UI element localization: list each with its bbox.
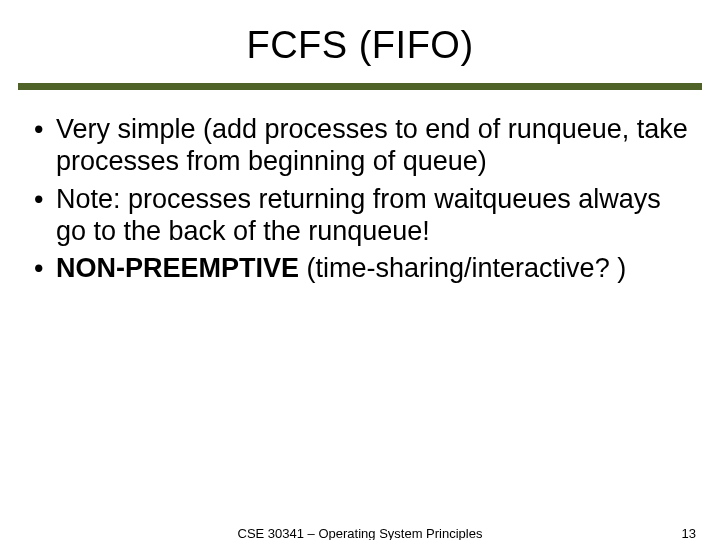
bullet-text: Note: processes returning from waitqueue… [56,184,661,246]
bullet-strong: NON-PREEMPTIVE [56,253,299,283]
footer-page-number: 13 [682,526,696,540]
slide: FCFS (FIFO) Very simple (add processes t… [0,0,720,540]
bullet-item: NON-PREEMPTIVE (time-sharing/interactive… [30,253,690,285]
bullet-item: Note: processes returning from waitqueue… [30,184,690,248]
bullet-list: Very simple (add processes to end of run… [30,114,690,285]
title-underline [18,83,702,90]
footer-course: CSE 30341 – Operating System Principles [238,526,483,540]
slide-body: Very simple (add processes to end of run… [0,114,720,285]
slide-title: FCFS (FIFO) [0,0,720,83]
bullet-item: Very simple (add processes to end of run… [30,114,690,178]
bullet-text: (time-sharing/interactive? ) [299,253,626,283]
bullet-text: Very simple (add processes to end of run… [56,114,688,176]
